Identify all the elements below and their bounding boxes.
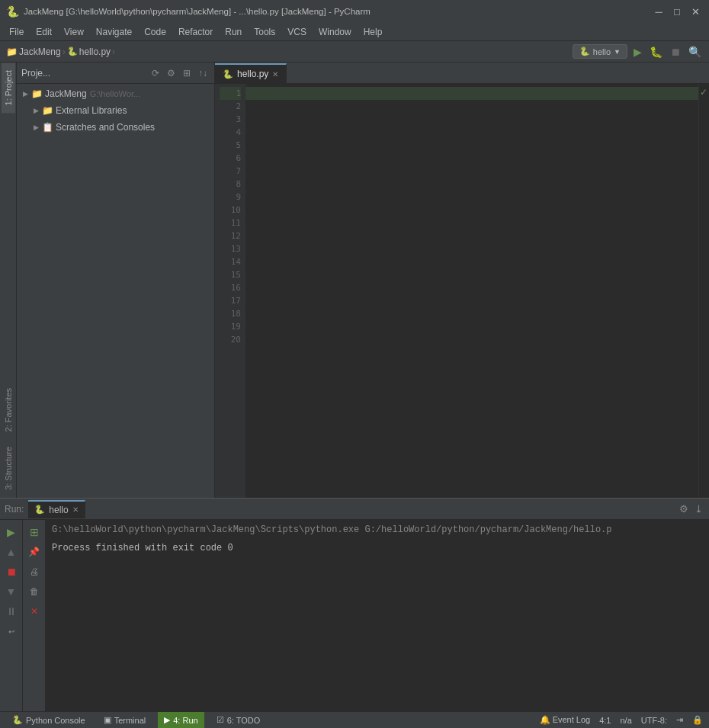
search-button[interactable]: 🔍 bbox=[687, 44, 703, 59]
line-num-16: 16 bbox=[220, 281, 241, 294]
line-num-20: 20 bbox=[220, 333, 241, 346]
run-pause-btn[interactable]: ⏸ bbox=[2, 602, 21, 621]
folder-icon-external-libs: 📁 bbox=[41, 104, 53, 117]
run-tab-label: hello bbox=[49, 505, 68, 515]
tree-arrow-scratches: ▶ bbox=[30, 122, 41, 133]
sidebar-tab-project[interactable]: 1: Project bbox=[2, 63, 15, 113]
menu-tools[interactable]: Tools bbox=[248, 25, 281, 39]
panel-header-actions: ⟳ ⚙ ⊞ ↑↓ bbox=[149, 67, 210, 79]
menu-view[interactable]: View bbox=[58, 25, 90, 39]
tree-item-scratches[interactable]: ▶ 📋 Scratches and Consoles bbox=[27, 119, 214, 136]
menu-edit[interactable]: Edit bbox=[30, 25, 58, 39]
bottom-panel: Run: 🐍 hello ✕ ⚙ ⤓ ▶ ▲ ⏹ ▼ ⏸ ↩ ⊞ 📌 🖨 bbox=[0, 498, 709, 711]
run-output: G:\helloWorld\python\pycharm\JackMeng\Sc… bbox=[46, 520, 709, 711]
run-button[interactable]: ▶ bbox=[632, 44, 643, 59]
run-tab-statusbar-icon: ▶ bbox=[164, 715, 170, 725]
tree-label-jackmeng: JackMeng bbox=[45, 88, 87, 99]
tree-item-external-libs[interactable]: ▶ 📁 External Libraries bbox=[27, 102, 214, 119]
panel-collapse-btn[interactable]: ↑↓ bbox=[196, 67, 210, 79]
line-num-7: 7 bbox=[220, 165, 241, 178]
code-line-4 bbox=[252, 126, 692, 139]
menu-refactor[interactable]: Refactor bbox=[172, 25, 219, 39]
run-stop-btn[interactable]: ⏹ bbox=[2, 563, 21, 581]
close-button[interactable]: ✕ bbox=[688, 4, 703, 19]
statusbar-tab-terminal[interactable]: ▣ Terminal bbox=[98, 712, 152, 729]
sidebar-tab-favorites[interactable]: 2: Favorites bbox=[2, 380, 15, 439]
lock-icon[interactable]: 🔒 bbox=[692, 715, 703, 725]
run-scroll-up-btn[interactable]: ▲ bbox=[2, 543, 21, 561]
panel-sync-btn[interactable]: ⟳ bbox=[149, 67, 162, 79]
tree-area: ▶ 📁 JackMeng G:\helloWor... ▶ 📁 External… bbox=[17, 84, 214, 498]
line-num-3: 3 bbox=[220, 113, 241, 126]
run-tab-hello[interactable]: 🐍 hello ✕ bbox=[28, 500, 85, 518]
sidebar-tab-structure[interactable]: 3: Structure bbox=[2, 439, 15, 498]
breadcrumb-file[interactable]: hello.py bbox=[79, 47, 111, 57]
run-close2-btn[interactable]: ✕ bbox=[25, 602, 43, 621]
panel-header-title: Proje... bbox=[21, 68, 50, 79]
run-tab-actions: ⚙ ⤓ bbox=[678, 502, 704, 516]
tab-close-hello-py[interactable]: ✕ bbox=[272, 70, 278, 79]
menu-code[interactable]: Code bbox=[138, 25, 172, 39]
statusbar-tab-todo[interactable]: ☑ 6: TODO bbox=[210, 712, 267, 729]
code-line-2 bbox=[252, 100, 692, 113]
tree-item-jackmeng[interactable]: ▶ 📁 JackMeng G:\helloWor... bbox=[17, 85, 214, 102]
stop-button[interactable]: ⏹ bbox=[669, 44, 682, 59]
code-editor[interactable] bbox=[245, 84, 698, 498]
minimize-button[interactable]: ─ bbox=[651, 4, 666, 19]
navbar-right: 🐍 hello ▼ ▶ 🐛 ⏹ 🔍 bbox=[573, 44, 703, 59]
run-trash-btn[interactable]: 🗑 bbox=[25, 582, 43, 601]
run-pin-btn[interactable]: 📌 bbox=[25, 543, 43, 561]
line-num-12: 12 bbox=[220, 229, 241, 242]
right-gutter-checkmark: ✓ bbox=[699, 84, 709, 101]
indent-label[interactable]: ⇥ bbox=[676, 715, 683, 725]
code-line-3 bbox=[252, 113, 692, 126]
statusbar-tab-run[interactable]: ▶ 4: Run bbox=[158, 712, 204, 729]
menu-vcs[interactable]: VCS bbox=[281, 25, 313, 39]
debug-button[interactable]: 🐛 bbox=[648, 44, 664, 59]
encoding-label[interactable]: UTF-8: bbox=[641, 716, 667, 725]
editor-tab-hello-py[interactable]: 🐍 hello.py ✕ bbox=[215, 63, 287, 83]
tree-label-scratches: Scratches and Consoles bbox=[56, 122, 155, 133]
maximize-button[interactable]: □ bbox=[669, 4, 685, 19]
editor-right-gutter: ✓ bbox=[698, 84, 709, 498]
menu-window[interactable]: Window bbox=[313, 25, 358, 39]
code-line-10 bbox=[252, 204, 692, 216]
run-wrap-btn[interactable]: ↩ bbox=[2, 622, 21, 640]
run-exit-line: Process finished with exit code 0 bbox=[52, 541, 703, 555]
menu-navigate[interactable]: Navigate bbox=[90, 25, 138, 39]
event-log-label[interactable]: 🔔 Event Log bbox=[540, 715, 591, 725]
panel-gear-btn[interactable]: ⚙ bbox=[165, 67, 178, 79]
menubar: File Edit View Navigate Code Refactor Ru… bbox=[0, 23, 709, 41]
breadcrumb: 📁 JackMeng › 🐍 hello.py › bbox=[6, 47, 115, 57]
run-play-btn[interactable]: ▶ bbox=[2, 523, 21, 541]
code-line-9 bbox=[252, 191, 692, 204]
line-num-15: 15 bbox=[220, 268, 241, 281]
code-line-5 bbox=[252, 139, 692, 152]
panel-layout-btn[interactable]: ⊞ bbox=[181, 67, 193, 79]
statusbar-tab-python-console[interactable]: 🐍 Python Console bbox=[6, 712, 91, 729]
run-config-selector[interactable]: 🐍 hello ▼ bbox=[573, 44, 627, 59]
run-filter-btn[interactable]: ⊞ bbox=[25, 523, 43, 541]
line-num-9: 9 bbox=[220, 191, 241, 204]
run-print-btn[interactable]: 🖨 bbox=[25, 563, 43, 581]
run-cmd-line: G:\helloWorld\python\pycharm\JackMeng\Sc… bbox=[52, 523, 703, 537]
run-download-btn[interactable]: ⤓ bbox=[693, 502, 704, 516]
file-icon: 🐍 bbox=[67, 47, 78, 56]
python-console-label: Python Console bbox=[26, 716, 85, 725]
run-tab-close[interactable]: ✕ bbox=[72, 505, 79, 514]
run-scroll-down-btn[interactable]: ▼ bbox=[2, 582, 21, 601]
terminal-icon: ▣ bbox=[104, 715, 111, 725]
menu-run[interactable]: Run bbox=[219, 25, 248, 39]
run-label: Run: bbox=[5, 504, 24, 515]
statusbar-left: 🐍 Python Console ▣ Terminal ▶ 4: Run ☑ 6… bbox=[6, 712, 266, 729]
line-num-18: 18 bbox=[220, 307, 241, 320]
breadcrumb-project[interactable]: JackMeng bbox=[19, 47, 61, 57]
titlebar: 🐍 JackMeng [G:\helloWorld\python\pycharm… bbox=[0, 0, 709, 23]
menu-help[interactable]: Help bbox=[358, 25, 389, 39]
run-tab-icon: 🐍 bbox=[34, 505, 45, 515]
run-settings-btn[interactable]: ⚙ bbox=[678, 502, 690, 516]
menu-file[interactable]: File bbox=[3, 25, 30, 39]
sidebar-vertical-tabs: 1: Project 2: Favorites 3: Structure bbox=[0, 63, 17, 498]
statusbar-right: 🔔 Event Log 4:1 n/a UTF-8: ⇥ 🔒 bbox=[540, 715, 703, 725]
tree-label-external-libs: External Libraries bbox=[56, 105, 127, 116]
